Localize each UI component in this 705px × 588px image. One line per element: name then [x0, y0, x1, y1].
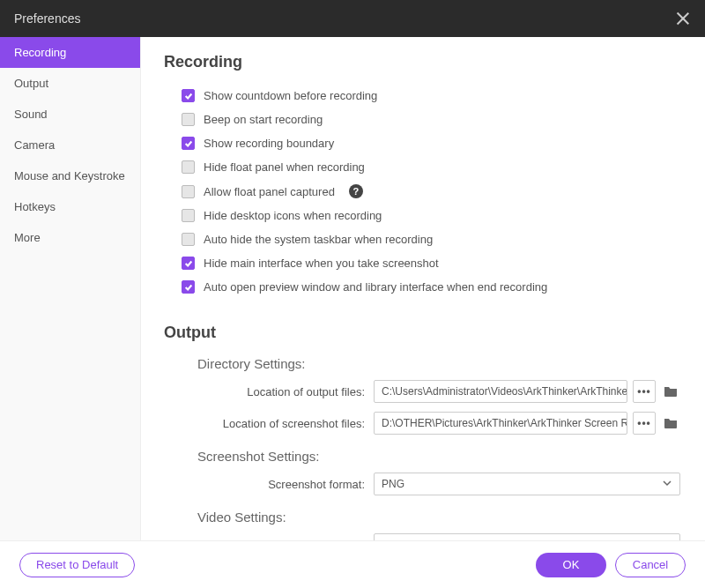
row-screenshot-format: Screenshot format: PNG [164, 473, 680, 495]
option-label: Hide desktop icons when recording [204, 209, 382, 222]
option-allow-capture: Allow float panel captured ? [182, 179, 680, 204]
reset-button[interactable]: Reset to Default [19, 553, 135, 577]
option-beep: Beep on start recording [182, 108, 680, 131]
screenshot-subhead: Screenshot Settings: [197, 449, 680, 464]
checkbox-auto-preview[interactable] [182, 280, 195, 294]
screenshot-location-field[interactable]: D:\OTHER\Pictures\ArkThinker\ArkThinker … [374, 412, 627, 435]
chevron-down-icon [662, 539, 672, 541]
option-hide-main: Hide main interface when you take screen… [182, 251, 680, 275]
recording-options: Show countdown before recording Beep on … [164, 84, 680, 299]
section-recording-heading: Recording [164, 53, 680, 71]
sidebar-item-more[interactable]: More [0, 222, 140, 253]
window-title: Preferences [14, 11, 675, 26]
open-screenshot-folder-icon[interactable] [661, 412, 680, 435]
option-auto-preview: Auto open preview window and library int… [182, 275, 680, 299]
directory-subhead: Directory Settings: [197, 356, 680, 371]
browse-output-button[interactable]: ••• [633, 380, 656, 403]
video-format-label: Video format: [197, 539, 374, 541]
option-hide-panel: Hide float panel when recording [182, 155, 680, 179]
option-label: Auto hide the system taskbar when record… [204, 233, 433, 246]
ok-button[interactable]: OK [536, 553, 606, 577]
option-countdown: Show countdown before recording [182, 84, 680, 108]
output-location-field[interactable]: C:\Users\Administrator\Videos\ArkThinker… [374, 380, 627, 403]
row-output-location: Location of output files: C:\Users\Admin… [164, 380, 680, 403]
checkbox-beep[interactable] [182, 113, 195, 126]
output-location-label: Location of output files: [197, 385, 374, 398]
row-screenshot-location: Location of screenshot files: D:\OTHER\P… [164, 412, 680, 435]
cancel-button[interactable]: Cancel [615, 553, 686, 577]
option-label: Beep on start recording [204, 113, 323, 126]
option-hide-taskbar: Auto hide the system taskbar when record… [182, 227, 680, 251]
screenshot-format-value: PNG [382, 478, 404, 490]
video-format-value: MP4 [382, 539, 404, 540]
sidebar-item-recording[interactable]: Recording [0, 37, 140, 68]
sidebar-item-mouse[interactable]: Mouse and Keystroke [0, 160, 140, 191]
option-boundary: Show recording boundary [182, 131, 680, 155]
sidebar-item-sound[interactable]: Sound [0, 99, 140, 130]
option-label: Hide float panel when recording [204, 160, 365, 174]
checkbox-hide-taskbar[interactable] [182, 233, 195, 246]
checkbox-hide-main[interactable] [182, 257, 195, 270]
sidebar-item-camera[interactable]: Camera [0, 130, 140, 160]
checkbox-countdown[interactable] [182, 89, 195, 102]
titlebar: Preferences [0, 0, 705, 37]
row-video-format: Video format: MP4 [164, 533, 680, 540]
checkbox-hide-icons[interactable] [182, 209, 195, 222]
option-label: Show recording boundary [204, 137, 334, 150]
browse-screenshot-button[interactable]: ••• [633, 412, 656, 435]
option-label: Show countdown before recording [204, 89, 377, 102]
option-label: Hide main interface when you take screen… [204, 257, 439, 270]
window-body: Recording Output Sound Camera Mouse and … [0, 37, 705, 540]
sidebar-item-hotkeys[interactable]: Hotkeys [0, 191, 140, 222]
content-scroll[interactable]: Recording Show countdown before recordin… [141, 37, 705, 540]
option-hide-icons: Hide desktop icons when recording [182, 204, 680, 227]
help-icon[interactable]: ? [349, 184, 363, 198]
close-icon[interactable] [675, 11, 691, 26]
checkbox-boundary[interactable] [182, 137, 195, 150]
screenshot-format-select[interactable]: PNG [374, 473, 680, 495]
screenshot-location-label: Location of screenshot files: [197, 417, 374, 430]
screenshot-format-label: Screenshot format: [197, 478, 374, 491]
video-format-select[interactable]: MP4 [374, 533, 680, 540]
sidebar-item-output[interactable]: Output [0, 68, 140, 99]
open-output-folder-icon[interactable] [661, 380, 680, 403]
section-output-heading: Output [164, 324, 680, 342]
footer: Reset to Default OK Cancel [0, 540, 705, 588]
checkbox-allow-capture[interactable] [182, 185, 195, 198]
option-label: Allow float panel captured [204, 185, 335, 198]
chevron-down-icon [662, 478, 672, 491]
video-subhead: Video Settings: [197, 510, 680, 525]
checkbox-hide-panel[interactable] [182, 160, 195, 174]
sidebar: Recording Output Sound Camera Mouse and … [0, 37, 141, 540]
option-label: Auto open preview window and library int… [204, 280, 547, 294]
